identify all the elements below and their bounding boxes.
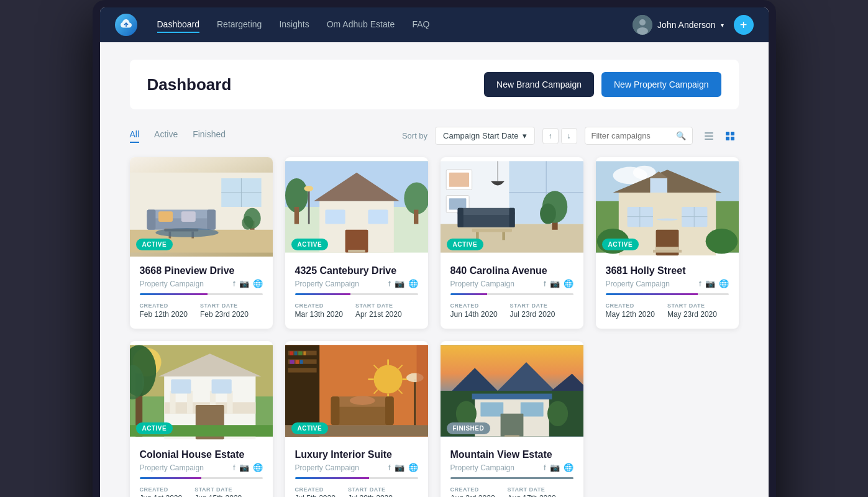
card-dates-7: CREATED Aug 3rd 2020 START DATE Aug 17th… bbox=[450, 486, 573, 497]
card-type-6: Property Campaign bbox=[295, 463, 359, 472]
svg-rect-34 bbox=[345, 230, 368, 253]
web-icon: 🌐 bbox=[408, 279, 418, 288]
facebook-icon: f bbox=[388, 279, 391, 288]
filter-bar: All Active Finished Sort by Campaign Sta… bbox=[130, 127, 739, 145]
sort-desc-button[interactable]: ↓ bbox=[561, 128, 577, 144]
svg-point-1 bbox=[639, 19, 646, 25]
created-label-2: CREATED bbox=[295, 303, 343, 309]
laptop-shell: Dashboard Retargeting Insights Om Adhub … bbox=[93, 0, 776, 497]
card-social-icons-4: f 📷 🌐 bbox=[699, 279, 729, 288]
created-date-1: Feb 12th 2020 bbox=[140, 310, 188, 319]
web-icon: 🌐 bbox=[408, 463, 418, 472]
campaign-card-5[interactable]: ACTIVE Colonial House Estate Property Ca… bbox=[130, 341, 273, 497]
card-type-row-6: Property Campaign f 📷 🌐 bbox=[295, 463, 418, 472]
add-button[interactable]: + bbox=[734, 15, 754, 35]
status-badge-5: ACTIVE bbox=[136, 422, 173, 434]
card-body-2: 4325 Cantebury Drive Property Campaign f… bbox=[285, 257, 428, 329]
instagram-icon: 📷 bbox=[239, 279, 249, 288]
new-brand-campaign-button[interactable]: New Brand Campaign bbox=[484, 72, 594, 97]
card-type-7: Property Campaign bbox=[450, 463, 514, 472]
start-date-7: Aug 17th 2020 bbox=[508, 494, 556, 497]
start-label-3: START DATE bbox=[510, 303, 555, 309]
start-label-4: START DATE bbox=[667, 303, 717, 309]
svg-rect-111 bbox=[299, 360, 303, 363]
svg-rect-108 bbox=[303, 352, 306, 355]
svg-rect-138 bbox=[480, 402, 503, 416]
nav-estate[interactable]: Om Adhub Estate bbox=[327, 17, 395, 33]
card-type-5: Property Campaign bbox=[140, 463, 204, 472]
svg-rect-49 bbox=[449, 198, 466, 209]
card-social-icons-1: f 📷 🌐 bbox=[233, 279, 263, 288]
campaign-card-3[interactable]: ACTIVE 840 Carolina Avenue Property Camp… bbox=[441, 157, 583, 329]
svg-rect-54 bbox=[509, 208, 514, 227]
svg-rect-47 bbox=[449, 173, 468, 187]
svg-rect-127 bbox=[414, 380, 416, 426]
start-label-7: START DATE bbox=[508, 486, 556, 493]
tab-all[interactable]: All bbox=[130, 129, 140, 143]
web-icon: 🌐 bbox=[564, 279, 573, 288]
chevron-down-icon: ▾ bbox=[721, 22, 724, 29]
campaign-card-2[interactable]: ACTIVE 4325 Cantebury Drive Property Cam… bbox=[285, 157, 428, 329]
svg-point-2 bbox=[637, 27, 648, 35]
start-label-5: START DATE bbox=[194, 486, 242, 493]
svg-rect-109 bbox=[290, 360, 294, 363]
svg-rect-53 bbox=[457, 208, 463, 227]
svg-rect-35 bbox=[325, 210, 345, 224]
view-icons bbox=[700, 127, 739, 145]
nav-insights[interactable]: Insights bbox=[279, 17, 309, 33]
card-title-5: Colonial House Estate bbox=[140, 449, 263, 460]
sort-dropdown[interactable]: Campaign Start Date ▾ bbox=[435, 127, 534, 145]
nav-dashboard[interactable]: Dashboard bbox=[157, 17, 200, 33]
svg-rect-17 bbox=[147, 210, 155, 230]
campaign-card-6[interactable]: ACTIVE Luxury Interior Suite Property Ca… bbox=[285, 341, 428, 497]
new-property-campaign-button[interactable]: New Property Campaign bbox=[601, 72, 721, 97]
laptop-screen: Dashboard Retargeting Insights Om Adhub … bbox=[100, 7, 769, 497]
status-badge-4: ACTIVE bbox=[602, 239, 639, 250]
start-date-4: May 23rd 2020 bbox=[667, 310, 717, 319]
sort-asc-button[interactable]: ↑ bbox=[542, 128, 559, 144]
filter-input[interactable] bbox=[592, 131, 672, 140]
created-date-2: Mar 13th 2020 bbox=[295, 310, 343, 319]
svg-rect-52 bbox=[457, 208, 514, 215]
campaign-card-1[interactable]: ACTIVE 3668 Pineview Drive Property Camp… bbox=[130, 157, 273, 329]
nav-retargeting[interactable]: Retargeting bbox=[217, 17, 262, 33]
card-progress-1 bbox=[140, 293, 263, 295]
card-type-3: Property Campaign bbox=[450, 280, 514, 288]
card-progress-7 bbox=[450, 477, 573, 479]
user-name: John Anderson bbox=[657, 20, 715, 30]
created-label-6: CREATED bbox=[295, 486, 336, 493]
card-social-icons-6: f 📷 🌐 bbox=[388, 463, 418, 472]
card-dates-2: CREATED Mar 13th 2020 START DATE Apr 21s… bbox=[295, 303, 418, 319]
list-view-icon[interactable] bbox=[700, 127, 718, 145]
avatar bbox=[633, 15, 652, 35]
svg-point-112 bbox=[373, 365, 402, 394]
status-badge-2: ACTIVE bbox=[291, 239, 329, 250]
svg-point-60 bbox=[540, 203, 556, 224]
grid-view-icon[interactable] bbox=[721, 127, 739, 145]
nav-faq[interactable]: FAQ bbox=[412, 17, 429, 33]
created-label-5: CREATED bbox=[140, 486, 183, 493]
user-menu[interactable]: John Anderson ▾ bbox=[633, 15, 723, 35]
facebook-icon: f bbox=[544, 279, 546, 288]
svg-point-40 bbox=[304, 186, 313, 191]
card-title-3: 840 Carolina Avenue bbox=[450, 265, 573, 276]
svg-rect-104 bbox=[288, 368, 316, 372]
status-badge-6: ACTIVE bbox=[291, 422, 329, 434]
campaign-card-4[interactable]: ACTIVE 3681 Holly Street Property Campai… bbox=[596, 157, 739, 329]
filter-right: Sort by Campaign Start Date ▾ ↑ ↓ 🔍 bbox=[402, 127, 739, 145]
status-badge-7: FINISHED bbox=[447, 422, 491, 434]
start-date-1: Feb 23rd 2020 bbox=[200, 310, 249, 319]
created-label-7: CREATED bbox=[450, 486, 495, 493]
svg-rect-38 bbox=[414, 210, 418, 224]
svg-point-27 bbox=[242, 216, 253, 230]
tab-finished[interactable]: Finished bbox=[193, 129, 226, 143]
card-progress-2 bbox=[295, 293, 418, 295]
svg-point-126 bbox=[349, 396, 374, 405]
tab-active[interactable]: Active bbox=[154, 129, 178, 143]
svg-rect-3 bbox=[705, 132, 713, 134]
instagram-icon: 📷 bbox=[705, 279, 715, 288]
campaign-card-7[interactable]: FINISHED Mountain View Estate Property C… bbox=[441, 341, 583, 497]
status-badge-3: ACTIVE bbox=[447, 239, 484, 250]
card-progress-3 bbox=[450, 293, 573, 295]
card-image-6: ACTIVE bbox=[285, 341, 428, 440]
